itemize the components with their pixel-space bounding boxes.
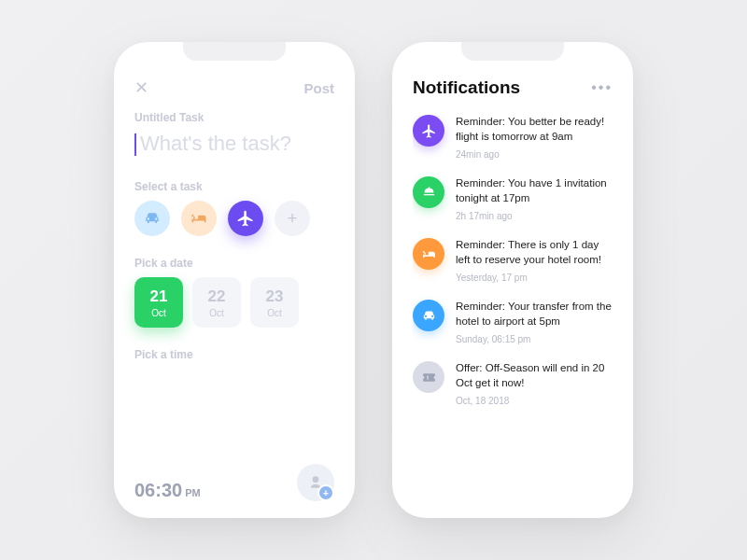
- notification-item[interactable]: Reminder: There is only 1 day left to re…: [413, 238, 613, 283]
- notification-text: Reminder: There is only 1 day left to re…: [456, 238, 613, 267]
- notification-item[interactable]: Reminder: Your transfer from the hotel t…: [413, 300, 613, 344]
- select-task-label: Select a task: [134, 180, 334, 193]
- bed-icon: [190, 209, 208, 228]
- add-person-button[interactable]: [297, 464, 334, 501]
- date-card-1[interactable]: 22 Oct: [192, 277, 241, 328]
- notch: [178, 42, 290, 63]
- notification-item[interactable]: Reminder: You better be ready! flight is…: [413, 115, 613, 160]
- taxi-icon: [143, 209, 162, 228]
- notification-text: Reminder: You have 1 invitation tonight …: [456, 176, 613, 205]
- date-row: 21 Oct 22 Oct 23 Oct: [134, 277, 334, 328]
- notification-text: Reminder: Your transfer from the hotel t…: [456, 300, 613, 329]
- plane-icon: [413, 115, 444, 147]
- task-type-row: +: [134, 201, 334, 236]
- topbar: ✕ Post: [134, 77, 334, 98]
- notification-time: Sunday, 06:15 pm: [456, 334, 613, 344]
- notification-item[interactable]: Offer: Off-Season will end in 20 Oct get…: [413, 361, 613, 406]
- user-icon: [306, 473, 325, 492]
- date-day: 21: [150, 287, 168, 306]
- ticket-icon: [413, 361, 444, 393]
- date-day: 22: [208, 287, 226, 306]
- date-mon: Oct: [209, 308, 224, 318]
- close-button[interactable]: ✕: [134, 77, 148, 98]
- pick-date-label: Pick a date: [134, 257, 334, 270]
- notification-time: Yesterday, 17 pm: [456, 273, 613, 283]
- task-title-placeholder: What's the task?: [140, 132, 291, 156]
- task-type-add[interactable]: +: [275, 201, 310, 236]
- time-picker[interactable]: 06:30PM: [134, 480, 201, 501]
- dinner-icon: [413, 176, 444, 208]
- notification-time: 24min ago: [456, 149, 613, 160]
- notification-time: 2h 17min ago: [456, 211, 613, 221]
- task-type-taxi[interactable]: [134, 201, 170, 236]
- create-task-screen: ✕ Post Untitled Task What's the task? Se…: [114, 42, 355, 518]
- time-row: 06:30PM: [134, 464, 334, 501]
- notifications-header: Notifications •••: [413, 77, 613, 98]
- date-card-2[interactable]: 23 Oct: [250, 277, 299, 328]
- date-card-0[interactable]: 21 Oct: [134, 277, 183, 328]
- post-button[interactable]: Post: [303, 80, 334, 96]
- pick-time-label: Pick a time: [134, 348, 334, 361]
- task-title-input[interactable]: What's the task?: [134, 132, 334, 156]
- taxi-icon: [413, 300, 444, 331]
- time-value: 06:30: [134, 480, 182, 500]
- plane-icon: [236, 209, 255, 228]
- page-title: Notifications: [413, 77, 520, 98]
- notification-list: Reminder: You better be ready! flight is…: [413, 115, 613, 406]
- date-mon: Oct: [267, 308, 282, 318]
- notification-time: Oct, 18 2018: [456, 396, 613, 406]
- notifications-screen: Notifications ••• Reminder: You better b…: [392, 42, 633, 518]
- bed-icon: [413, 238, 444, 270]
- notification-item[interactable]: Reminder: You have 1 invitation tonight …: [413, 176, 613, 221]
- task-type-flight[interactable]: [228, 201, 263, 236]
- date-mon: Oct: [151, 308, 166, 318]
- notch: [457, 42, 569, 63]
- untitled-task-label: Untitled Task: [134, 111, 334, 124]
- date-day: 23: [266, 287, 284, 306]
- text-cursor: [134, 133, 136, 156]
- notification-text: Offer: Off-Season will end in 20 Oct get…: [456, 361, 613, 390]
- task-type-hotel[interactable]: [181, 201, 217, 236]
- notification-text: Reminder: You better be ready! flight is…: [456, 115, 613, 144]
- time-suffix: PM: [185, 487, 201, 498]
- more-button[interactable]: •••: [591, 79, 613, 96]
